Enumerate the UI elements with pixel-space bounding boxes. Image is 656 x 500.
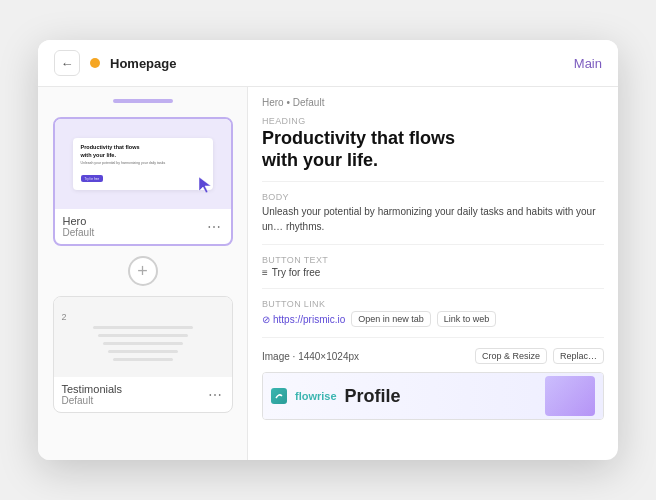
button-text-value: ≡ Try for free [262, 267, 604, 278]
body-value: Unleash your potential by harmonizing yo… [262, 204, 604, 234]
hero-slice-variant: Default [63, 227, 95, 238]
testimonials-slice-preview: 2 [54, 297, 232, 377]
replace-button[interactable]: Replac… [553, 348, 604, 364]
crop-resize-button[interactable]: Crop & Resize [475, 348, 547, 364]
image-actions: Crop & Resize Replac… [475, 348, 604, 364]
profile-text: Profile [345, 386, 401, 407]
app-window: ← Homepage Main Productivity that flowsw… [38, 40, 618, 460]
divider-4 [262, 337, 604, 338]
back-button[interactable]: ← [54, 50, 80, 76]
titlebar: ← Homepage Main [38, 40, 618, 87]
main-label: Main [574, 56, 602, 71]
testimonials-text-line-5 [113, 358, 173, 361]
flowrise-svg-icon [274, 391, 284, 401]
testimonials-slice-menu-button[interactable]: ⋯ [206, 386, 224, 404]
add-slice-button[interactable]: + [128, 256, 158, 286]
divider-2 [262, 244, 604, 245]
body-field-group: Body Unleash your potential by harmonizi… [262, 192, 604, 234]
left-panel: Productivity that flowswith your life. U… [38, 87, 248, 460]
svg-marker-0 [199, 177, 211, 193]
open-in-new-tab-button[interactable]: Open in new tab [351, 311, 431, 327]
link-icon: ⊘ [262, 314, 270, 325]
hero-preview-content: Productivity that flowswith your life. U… [73, 138, 213, 189]
image-label: Image · 1440×1024px [262, 351, 359, 362]
testimonials-text-line-3 [103, 342, 183, 345]
hero-slice-preview: Productivity that flowswith your life. U… [55, 119, 231, 209]
button-text-icon: ≡ [262, 267, 268, 278]
image-preview-strip: flowrise Profile [262, 372, 604, 420]
page-dot-indicator [90, 58, 100, 68]
hero-slice-name: Hero [63, 215, 95, 227]
flowrise-logo: flowrise [295, 390, 337, 402]
button-text-label: Button Text [262, 255, 604, 265]
right-panel: Hero • Default Heading Productivity that… [248, 87, 618, 460]
heading-label: Heading [262, 116, 604, 126]
body-label: Body [262, 192, 604, 202]
button-link-field-group: Button Link ⊘ https://prismic.io Open in… [262, 299, 604, 327]
testimonials-text-line-1 [93, 326, 193, 329]
page-title: Homepage [110, 56, 564, 71]
hero-slice-card[interactable]: Productivity that flowswith your life. U… [53, 117, 233, 246]
hero-preview-button: Try for free [81, 175, 104, 182]
flowrise-icon [271, 388, 287, 404]
button-link-value: ⊘ https://prismic.io [262, 314, 345, 325]
button-link-row: ⊘ https://prismic.io Open in new tab Lin… [262, 311, 604, 327]
main-content: Productivity that flowswith your life. U… [38, 87, 618, 460]
slice-breadcrumb: Hero • Default [262, 97, 604, 108]
hero-preview-title: Productivity that flowswith your life. [81, 144, 205, 158]
preview-strip-inner: flowrise Profile [263, 373, 603, 419]
testimonials-text-line-4 [108, 350, 178, 353]
button-text-content: Try for free [272, 267, 321, 278]
link-to-web-button[interactable]: Link to web [437, 311, 497, 327]
testimonials-slice-number: 2 [62, 312, 67, 322]
hero-preview-body: Unleash your potential by harmonizing yo… [81, 161, 205, 166]
hero-slice-menu-button[interactable]: ⋯ [205, 218, 223, 236]
testimonials-slice-footer: Testimonials Default ⋯ [54, 377, 232, 412]
button-text-field-group: Button Text ≡ Try for free [262, 255, 604, 278]
heading-field-group: Heading Productivity that flowswith your… [262, 116, 604, 171]
testimonials-slice-card[interactable]: 2 Testimonials Default ⋯ [53, 296, 233, 413]
divider-3 [262, 288, 604, 289]
scroll-thumb [113, 99, 173, 103]
testimonials-text-line-2 [98, 334, 188, 337]
image-field-row: Image · 1440×1024px Crop & Resize Replac… [262, 348, 604, 364]
testimonials-slice-variant: Default [62, 395, 123, 406]
cursor-icon [197, 175, 217, 195]
heading-value: Productivity that flowswith your life. [262, 128, 604, 171]
button-link-label: Button Link [262, 299, 604, 309]
hero-slice-footer: Hero Default ⋯ [55, 209, 231, 244]
testimonials-slice-name: Testimonials [62, 383, 123, 395]
divider-1 [262, 181, 604, 182]
link-url: https://prismic.io [273, 314, 345, 325]
preview-strip-gradient [545, 376, 595, 416]
